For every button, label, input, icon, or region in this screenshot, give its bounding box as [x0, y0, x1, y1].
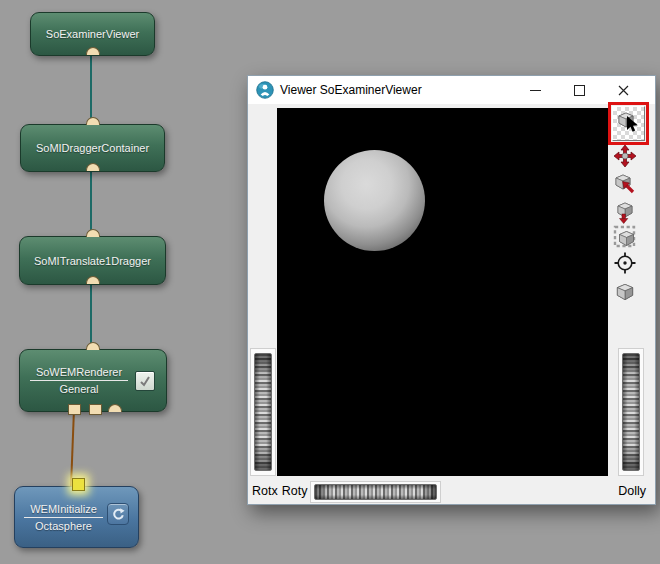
- mevislab-logo-icon: [256, 81, 274, 99]
- reload-button[interactable]: [107, 503, 129, 525]
- scene-input-connector[interactable]: [86, 342, 100, 350]
- wem-input-connector[interactable]: [68, 404, 81, 415]
- checkmark-icon: [138, 374, 152, 388]
- camera-cube-icon: [613, 280, 637, 304]
- edge-draggercontainer-translatedragger: [90, 170, 92, 237]
- camera-type-button[interactable]: [613, 280, 637, 304]
- screenshot-root: SoExaminerViewer SoMIDraggerContainer So…: [0, 0, 660, 564]
- node-sublabel: General: [59, 383, 98, 395]
- seek-object-button[interactable]: [613, 172, 637, 196]
- push-object-button[interactable]: [613, 200, 637, 224]
- rendered-sphere: [324, 150, 425, 251]
- scene-output-connector[interactable]: [86, 47, 100, 55]
- scene-output-connector[interactable]: [86, 163, 100, 171]
- node-sublabel: Octasphere: [35, 520, 92, 532]
- pick-mode-button[interactable]: [612, 106, 645, 141]
- dolly-thumbwheel-frame: [618, 348, 644, 476]
- viewing-mode-button[interactable]: [613, 144, 637, 168]
- rotx-label: Rotx: [252, 484, 278, 498]
- edge-wemrenderer-weminitialize: [70, 409, 75, 488]
- node-sowemrenderer[interactable]: SoWEMRenderer General: [19, 349, 167, 412]
- wem-output-connector-highlighted[interactable]: [72, 478, 85, 491]
- scene-input-connector[interactable]: [86, 229, 100, 237]
- view-all-button[interactable]: [613, 225, 637, 249]
- node-weminitialize[interactable]: WEMInitialize Octasphere: [14, 486, 139, 548]
- scene-output-connector[interactable]: [86, 276, 100, 284]
- scene-child-connector[interactable]: [108, 404, 122, 412]
- enable-checkbox[interactable]: [135, 371, 155, 391]
- highlight-annotation: [608, 102, 649, 145]
- rotx-thumbwheel-frame: [250, 348, 276, 476]
- title-bar[interactable]: Viewer SoExaminerViewer: [248, 76, 655, 104]
- move-arrows-icon: [613, 144, 637, 168]
- roty-label: Roty: [282, 484, 308, 498]
- maximize-icon: [574, 85, 585, 96]
- node-somidraggercontainer[interactable]: SoMIDraggerContainer: [20, 124, 165, 172]
- seek-point-button[interactable]: [613, 251, 637, 275]
- rotx-thumbwheel[interactable]: [254, 353, 272, 471]
- node-label: WEMInitialize: [24, 503, 103, 518]
- 3d-viewport[interactable]: [277, 108, 608, 476]
- node-label: SoExaminerViewer: [46, 28, 139, 40]
- wem-input-connector-2[interactable]: [89, 404, 102, 415]
- minimize-button[interactable]: [513, 76, 557, 104]
- dolly-thumbwheel[interactable]: [622, 353, 640, 471]
- seek-object-icon: [613, 172, 637, 196]
- viewer-window: Viewer SoExaminerViewer: [247, 75, 656, 505]
- dolly-label: Dolly: [618, 484, 646, 498]
- node-somitranslate1dragger[interactable]: SoMITranslate1Dragger: [19, 236, 166, 285]
- node-label: SoMITranslate1Dragger: [34, 255, 151, 267]
- caption-buttons: [513, 76, 645, 104]
- push-object-icon: [613, 200, 637, 224]
- maximize-button[interactable]: [557, 76, 601, 104]
- node-label: SoWEMRenderer: [30, 366, 128, 381]
- edge-translatedragger-wemrenderer: [90, 283, 92, 350]
- window-title: Viewer SoExaminerViewer: [280, 83, 422, 97]
- edge-examiner-draggercontainer: [90, 54, 92, 124]
- seek-point-icon: [613, 251, 637, 275]
- scene-input-connector[interactable]: [86, 117, 100, 125]
- close-button[interactable]: [601, 76, 645, 104]
- view-all-icon: [613, 225, 637, 249]
- bottom-label-strip: Rotx Roty Dolly: [248, 477, 655, 504]
- close-icon: [618, 85, 629, 96]
- reload-icon: [111, 507, 125, 521]
- node-label: SoMIDraggerContainer: [36, 142, 149, 154]
- node-soexaminerviewer[interactable]: SoExaminerViewer: [30, 12, 155, 56]
- pick-mode-icon: [615, 109, 642, 138]
- minimize-icon: [530, 90, 541, 91]
